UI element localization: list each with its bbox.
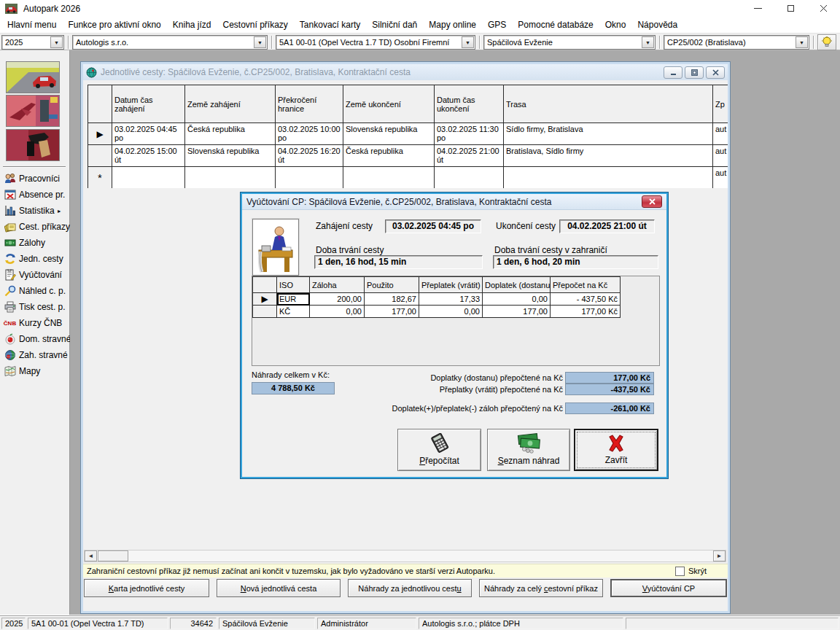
- menu-kniha-jizd[interactable]: Kniha jízd: [167, 17, 217, 33]
- cell[interactable]: aut: [713, 123, 728, 145]
- cell[interactable]: Bratislava, Sídlo firmy: [504, 145, 713, 167]
- refunds-single-trip-button[interactable]: Náhrady za jednotlivou cestu: [348, 579, 472, 597]
- sidebar-item-mapy[interactable]: Mapy: [3, 363, 70, 379]
- mdi-close-button[interactable]: [706, 66, 725, 79]
- menu-silnicni-dan[interactable]: Silniční daň: [366, 17, 423, 33]
- cell[interactable]: [112, 167, 185, 189]
- cell[interactable]: 177,00: [365, 306, 419, 318]
- cell[interactable]: Sídlo firmy, Bratislava: [504, 123, 713, 145]
- table-new-row[interactable]: * aut: [88, 167, 728, 189]
- cell[interactable]: [185, 167, 276, 189]
- menu-cestovni-prikazy[interactable]: Cestovní příkazy: [217, 17, 293, 33]
- cell[interactable]: [276, 167, 343, 189]
- menu-hlavni-menu[interactable]: Hlavní menu: [1, 17, 62, 33]
- sidebar-item-dom-stravne[interactable]: Dom. stravné: [3, 331, 70, 347]
- column-header[interactable]: Záloha: [310, 277, 365, 293]
- menu-okno[interactable]: Okno: [599, 17, 632, 33]
- cell[interactable]: 03.02.2025 10:00 po: [276, 123, 343, 145]
- menu-pomocne-databaze[interactable]: Pomocné databáze: [512, 17, 599, 33]
- table-row[interactable]: 04.02.2025 15:00 út Slovenská republika …: [88, 145, 728, 167]
- column-header[interactable]: Země zahájení: [185, 85, 276, 123]
- dialog-close-button[interactable]: [642, 195, 662, 208]
- cell[interactable]: [343, 167, 435, 189]
- sidebar-item-kurzy-cnb[interactable]: ČNB Kurzy ČNB: [3, 315, 70, 331]
- sidebar-item-cest-prikazy[interactable]: Cest. příkazy: [3, 219, 70, 235]
- menu-gps[interactable]: GPS: [482, 17, 512, 33]
- cell[interactable]: 03.02.2025 04:45 po: [112, 123, 185, 145]
- cell[interactable]: 04.02.2025 16:20 út: [276, 145, 343, 167]
- column-header[interactable]: Datum čas zahájení: [112, 85, 185, 123]
- hide-checkbox[interactable]: [675, 567, 685, 576]
- sidebar-item-pracovnici[interactable]: Pracovníci: [3, 171, 70, 187]
- cell[interactable]: 177,00 Kč: [551, 306, 621, 318]
- menu-mapy-online[interactable]: Mapy online: [423, 17, 482, 33]
- sidebar-item-zalohy[interactable]: Zálohy: [3, 235, 70, 251]
- scroll-left-button[interactable]: ◄: [85, 551, 97, 561]
- recalculate-button[interactable]: Přepočítat: [397, 429, 481, 471]
- mdi-minimize-button[interactable]: [664, 66, 682, 79]
- company-combobox[interactable]: Autologis s.r.o. ▼: [72, 35, 268, 50]
- refunds-whole-order-button[interactable]: Náhrady za celý cestovní příkaz: [479, 579, 603, 597]
- cell[interactable]: 03.02.2025 11:30 po: [435, 123, 504, 145]
- card-single-trip-button[interactable]: Karta jednotlivé cesty: [84, 579, 209, 597]
- cell[interactable]: 17,33: [419, 293, 483, 306]
- sidebar-item-vyuctovani[interactable]: Vyúčtování: [3, 267, 70, 283]
- column-header[interactable]: Datum čas ukončení: [435, 85, 504, 123]
- grid-row[interactable]: ▶ EUR 200,00 182,67 17,33 0,00 - 437,50 …: [253, 293, 621, 306]
- cell[interactable]: 200,00: [310, 293, 365, 306]
- close-dialog-button[interactable]: Zavřít: [574, 429, 658, 471]
- sidebar-item-absence[interactable]: Absence pr.: [3, 187, 70, 203]
- vehicle-combobox[interactable]: 5A1 00-01 (Opel Vectra 1.7 TD) Osobní Fi…: [276, 35, 475, 50]
- cell[interactable]: aut: [713, 167, 728, 189]
- horizontal-scrollbar[interactable]: ◄ ►: [84, 550, 726, 562]
- sidebar-item-nahled-cp[interactable]: Náhled c. p.: [3, 283, 70, 299]
- cell[interactable]: 177,00: [483, 306, 551, 318]
- column-header[interactable]: Přepočet na Kč: [551, 277, 621, 293]
- grid-row[interactable]: KČ 0,00 177,00 0,00 177,00 177,00 Kč: [253, 306, 621, 318]
- iso-cell[interactable]: EUR: [277, 293, 310, 306]
- tip-button[interactable]: [817, 34, 836, 50]
- sidebar-item-zah-stravne[interactable]: Zah. stravné: [3, 347, 70, 363]
- cell[interactable]: aut: [713, 145, 728, 167]
- cell[interactable]: 0,00: [310, 306, 365, 318]
- column-header[interactable]: Přeplatek (vrátit): [419, 277, 483, 293]
- cell[interactable]: Slovenská republika: [185, 145, 276, 167]
- window-close-button[interactable]: [807, 0, 840, 17]
- column-header[interactable]: Trasa: [504, 85, 713, 123]
- trip-combobox[interactable]: CP25/002 (Bratislava) ▼: [664, 35, 809, 50]
- window-maximize-button[interactable]: [774, 0, 807, 17]
- scrollbar-thumb[interactable]: [98, 551, 128, 561]
- cell[interactable]: Česká republika: [185, 123, 276, 145]
- column-header[interactable]: Země ukončení: [343, 85, 435, 123]
- cell[interactable]: Česká republika: [343, 145, 435, 167]
- cell[interactable]: 182,67: [365, 293, 419, 306]
- table-row[interactable]: ▶ 03.02.2025 04:45 po Česká republika 03…: [88, 123, 728, 145]
- new-single-trip-button[interactable]: Nová jednotlivá cesta: [217, 579, 341, 597]
- cell[interactable]: 04.02.2025 21:00 út: [435, 145, 504, 167]
- settlement-cp-button[interactable]: Vyúčtování CP: [610, 579, 727, 597]
- column-header[interactable]: Zp: [713, 85, 728, 123]
- sidebar-item-tisk-cest-p[interactable]: Tisk cest. p.: [3, 299, 70, 315]
- column-header[interactable]: ISO: [277, 277, 310, 293]
- menu-tankovaci-karty[interactable]: Tankovací karty: [294, 17, 366, 33]
- column-header[interactable]: Použito: [365, 277, 419, 293]
- cell[interactable]: - 437,50 Kč: [551, 293, 621, 306]
- menu-napoveda[interactable]: Nápověda: [631, 17, 683, 33]
- iso-cell[interactable]: KČ: [277, 306, 310, 318]
- menu-funkce-pro-aktivni-okno[interactable]: Funkce pro aktivní okno: [62, 17, 166, 33]
- window-minimize-button[interactable]: [742, 0, 774, 17]
- trips-window-titlebar[interactable]: Jednotlivé cesty: Spáčilová Evženie, č.C…: [83, 64, 728, 80]
- sidebar-item-statistika[interactable]: Statistika ►: [3, 203, 70, 219]
- cell[interactable]: 0,00: [483, 293, 551, 306]
- cell[interactable]: [435, 167, 504, 189]
- cell[interactable]: Slovenská republika: [343, 123, 435, 145]
- scroll-right-button[interactable]: ►: [713, 551, 726, 561]
- cell[interactable]: 0,00: [419, 306, 483, 318]
- sidebar-item-jedn-cesty[interactable]: Jedn. cesty: [3, 251, 70, 267]
- person-combobox[interactable]: Spáčilová Evženie ▼: [483, 35, 656, 50]
- refund-list-button[interactable]: Seznam náhrad: [487, 429, 570, 471]
- column-header[interactable]: Doplatek (dostanu): [483, 277, 551, 293]
- dialog-titlebar[interactable]: Vyúčtování CP: Spáčilová Evženie, č.CP25…: [242, 194, 666, 210]
- cell[interactable]: [504, 167, 713, 189]
- mdi-restore-button[interactable]: [685, 66, 704, 79]
